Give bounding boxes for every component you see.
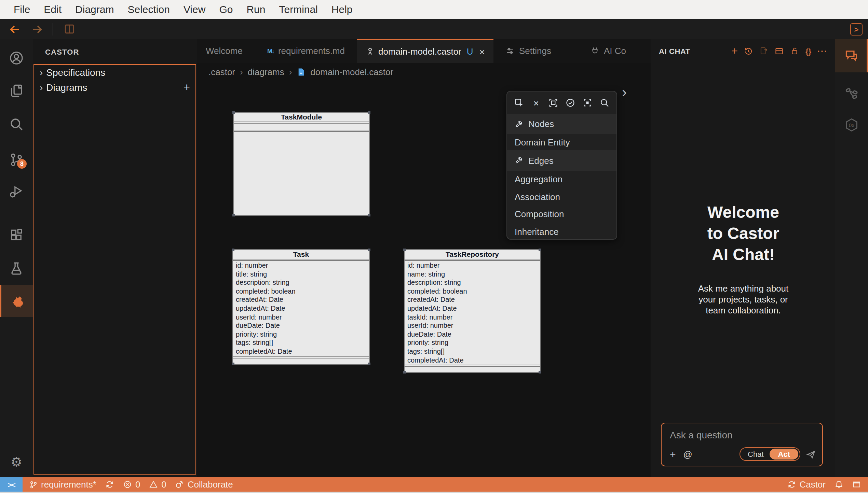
breadcrumb-segment[interactable]: .castor [208, 67, 235, 77]
app-label: Castor [799, 479, 826, 490]
palette-section-nodes[interactable]: Nodes [507, 114, 616, 134]
entity-task[interactable]: Task id: number title: string descriptio… [232, 249, 370, 365]
warnings-status[interactable]: 0 [149, 479, 166, 490]
tab-welcome[interactable]: Welcome [197, 39, 252, 63]
tree-item-label: Specifications [46, 67, 105, 78]
sync-status[interactable] [105, 480, 114, 489]
tab-domain-model[interactable]: domain-model.castor U × [356, 39, 494, 63]
remote-indicator[interactable]: >< [0, 477, 23, 492]
breadcrumb-segment[interactable]: domain-model.castor [310, 67, 393, 77]
sidebar-title: CASTOR [33, 39, 197, 64]
palette-item-inheritance[interactable]: Inheritance [507, 223, 616, 240]
entity-name: TaskRepository [405, 250, 540, 261]
panel-toggle-icon[interactable] [852, 480, 861, 489]
attribute: priority: string [407, 339, 537, 348]
wrench-icon [515, 120, 523, 128]
send-icon[interactable] [806, 449, 816, 459]
palette-toolbar: × [507, 91, 616, 114]
chat-welcome: Welcome to Castor AI Chat! Ask me anythi… [651, 201, 835, 316]
collapse-palette-icon[interactable]: › [622, 84, 627, 100]
attribute: createdAt: Date [407, 296, 537, 305]
clear-tool-icon[interactable]: × [531, 98, 541, 108]
menu-diagram[interactable]: Diagram [68, 0, 121, 19]
fit-frame-icon[interactable] [548, 98, 558, 108]
mode-chat[interactable]: Chat [742, 450, 770, 458]
palette-section-edges[interactable]: Edges [507, 150, 616, 171]
molecule-icon[interactable] [835, 84, 868, 102]
expand-panel-icon[interactable]: > [850, 23, 863, 35]
notifications-bell-icon[interactable] [835, 480, 843, 489]
palette-item-label: Domain Entity [515, 137, 570, 147]
split-editor-icon[interactable] [62, 22, 76, 36]
tab-label: Welcome [206, 46, 243, 56]
menu-view[interactable]: View [177, 0, 213, 19]
sidebar-item-specifications[interactable]: › Specifications [34, 65, 195, 80]
breadcrumb-segment[interactable]: diagrams [248, 67, 284, 77]
welcome-heading-line: to Castor [651, 223, 835, 244]
menu-edit[interactable]: Edit [37, 0, 68, 19]
export-chat-icon[interactable] [760, 46, 769, 55]
explorer-icon[interactable] [0, 81, 33, 100]
castor-sync-status[interactable]: Castor [787, 479, 826, 490]
settings-gear-icon[interactable]: ⚙ [0, 452, 33, 471]
forward-arrow-icon[interactable] [30, 22, 44, 36]
palette-item-association[interactable]: Association [507, 188, 616, 206]
entity-taskrepository[interactable]: TaskRepository id: number name: string d… [404, 249, 541, 373]
chat-mode-toggle[interactable]: Chat Act [740, 447, 800, 461]
layout-icon[interactable] [775, 46, 784, 56]
menu-file[interactable]: File [7, 0, 37, 19]
add-diagram-button[interactable]: + [184, 81, 190, 94]
palette-item-domain-entity[interactable]: Domain Entity [507, 134, 616, 150]
menu-help[interactable]: Help [325, 0, 360, 19]
validate-check-icon[interactable] [565, 98, 575, 108]
palette-item-aggregation[interactable]: Aggregation [507, 171, 616, 188]
right-rail: 0x [835, 39, 868, 477]
hex-0x-icon[interactable]: 0x [835, 116, 868, 134]
menu-go[interactable]: Go [212, 0, 240, 19]
run-debug-icon[interactable] [0, 182, 33, 201]
tab-label: AI Co [604, 46, 626, 56]
errors-status[interactable]: 0 [123, 479, 140, 490]
ai-chat-header: AI CHAT + {} ··· [651, 39, 835, 63]
source-control-icon[interactable] [0, 150, 33, 169]
ai-chat-bubbles-icon[interactable] [835, 39, 868, 72]
chat-input-box[interactable]: Ask a question + @ Chat Act [661, 423, 823, 466]
sidebar-item-diagrams[interactable]: › Diagrams + [34, 80, 195, 95]
zoom-tool-icon[interactable] [599, 98, 610, 108]
attach-icon[interactable]: + [670, 448, 676, 460]
palette-item-composition[interactable]: Composition [507, 206, 616, 223]
account-icon[interactable] [0, 48, 33, 68]
close-icon[interactable]: × [479, 46, 485, 57]
diagram-canvas[interactable]: TaskModule Task id: number title: string… [197, 81, 651, 477]
select-tool-icon[interactable] [514, 98, 524, 108]
tab-requirements[interactable]: M↓ requirements.md [258, 39, 354, 63]
more-actions-icon[interactable]: ··· [817, 46, 828, 56]
menu-selection[interactable]: Selection [121, 0, 176, 19]
entity-taskmodule[interactable]: TaskModule [233, 112, 370, 216]
center-view-icon[interactable] [582, 98, 593, 108]
mode-act[interactable]: Act [770, 449, 798, 460]
tab-ai-co[interactable]: AI Co [582, 39, 635, 63]
branch-name: requirements* [41, 479, 96, 490]
menu-run[interactable]: Run [240, 0, 272, 19]
history-icon[interactable] [744, 46, 754, 56]
sliders-icon [506, 46, 515, 55]
test-beaker-icon[interactable] [0, 259, 33, 278]
castor-beaver-icon[interactable] [0, 285, 33, 317]
svg-text:0x: 0x [849, 122, 855, 128]
mention-icon[interactable]: @ [683, 449, 692, 459]
extensions-icon[interactable] [0, 225, 33, 244]
tab-settings[interactable]: Settings [497, 39, 560, 63]
menu-terminal[interactable]: Terminal [272, 0, 324, 19]
branch-status[interactable]: requirements* [29, 479, 96, 490]
attribute: completed: boolean [236, 287, 366, 296]
search-icon[interactable] [0, 115, 33, 134]
attribute: userId: number [407, 322, 537, 330]
entity-footer [233, 356, 369, 364]
editor-group: Welcome M↓ requirements.md domain-model.… [197, 39, 651, 477]
lock-open-icon[interactable] [790, 46, 799, 55]
collaborate-status[interactable]: Collaborate [175, 479, 233, 490]
braces-icon[interactable]: {} [805, 47, 811, 55]
back-arrow-icon[interactable] [8, 22, 22, 36]
new-chat-icon[interactable]: + [731, 45, 738, 56]
